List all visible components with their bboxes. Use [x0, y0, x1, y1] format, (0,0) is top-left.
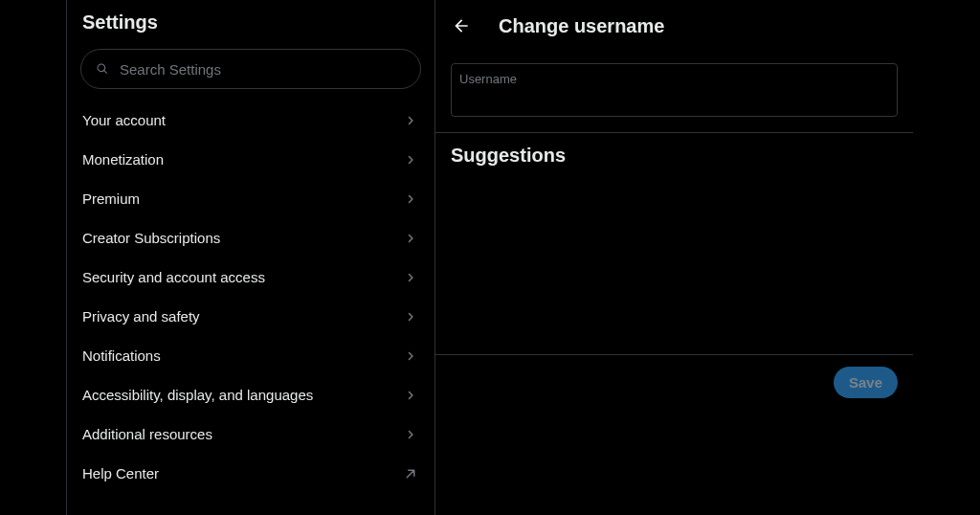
bottom-bar: Save	[435, 354, 913, 410]
chevron-right-icon	[402, 151, 419, 168]
settings-column: Settings Your account Monetization Premi…	[67, 0, 435, 515]
sidebar-item-creator-subscriptions[interactable]: Creator Subscriptions	[67, 218, 434, 258]
sidebar-item-your-account[interactable]: Your account	[67, 101, 434, 140]
chevron-right-icon	[402, 426, 419, 443]
detail-header: Change username	[435, 10, 913, 52]
sidebar-item-accessibility[interactable]: Accessibility, display, and languages	[67, 375, 434, 414]
chevron-right-icon	[402, 112, 419, 129]
sidebar-item-label: Monetization	[82, 151, 164, 168]
back-button[interactable]	[445, 10, 478, 42]
sidebar-item-security[interactable]: Security and account access	[67, 258, 434, 297]
chevron-right-icon	[402, 230, 419, 247]
left-spacer	[0, 0, 67, 515]
settings-nav-list: Your account Monetization Premium Creato…	[67, 101, 434, 493]
chevron-right-icon	[402, 308, 419, 325]
external-link-icon	[402, 465, 419, 482]
search-icon	[95, 61, 110, 77]
chevron-right-icon	[402, 387, 419, 404]
sidebar-item-label: Help Center	[82, 465, 159, 481]
sidebar-item-privacy[interactable]: Privacy and safety	[67, 297, 434, 336]
username-input[interactable]	[459, 86, 889, 105]
sidebar-item-monetization[interactable]: Monetization	[67, 140, 434, 179]
sidebar-item-notifications[interactable]: Notifications	[67, 336, 434, 375]
search-input[interactable]	[120, 61, 407, 78]
sidebar-item-label: Security and account access	[82, 269, 265, 285]
sidebar-item-additional-resources[interactable]: Additional resources	[67, 414, 434, 454]
sidebar-item-label: Premium	[82, 190, 140, 207]
sidebar-item-premium[interactable]: Premium	[67, 179, 434, 218]
sidebar-item-label: Creator Subscriptions	[82, 230, 220, 246]
username-label: Username	[459, 72, 889, 86]
chevron-right-icon	[402, 269, 419, 286]
sidebar-item-help-center[interactable]: Help Center	[67, 454, 434, 493]
settings-title: Settings	[67, 10, 434, 43]
arrow-left-icon	[452, 16, 471, 35]
right-spacer	[913, 0, 980, 515]
sidebar-item-label: Accessibility, display, and languages	[82, 387, 313, 403]
save-button[interactable]: Save	[834, 367, 898, 398]
detail-title: Change username	[499, 15, 664, 37]
chevron-right-icon	[402, 347, 419, 365]
detail-column: Change username Username Suggestions Sav…	[435, 0, 913, 515]
search-box[interactable]	[80, 49, 421, 89]
sidebar-item-label: Additional resources	[82, 426, 212, 442]
username-field[interactable]: Username	[451, 63, 898, 117]
sidebar-item-label: Privacy and safety	[82, 308, 200, 325]
chevron-right-icon	[402, 190, 419, 208]
suggestions-area	[435, 178, 913, 354]
username-field-wrap: Username	[435, 52, 913, 117]
sidebar-item-label: Your account	[82, 112, 166, 128]
search-wrap	[67, 43, 434, 97]
sidebar-item-label: Notifications	[82, 347, 161, 364]
suggestions-title: Suggestions	[435, 133, 913, 178]
